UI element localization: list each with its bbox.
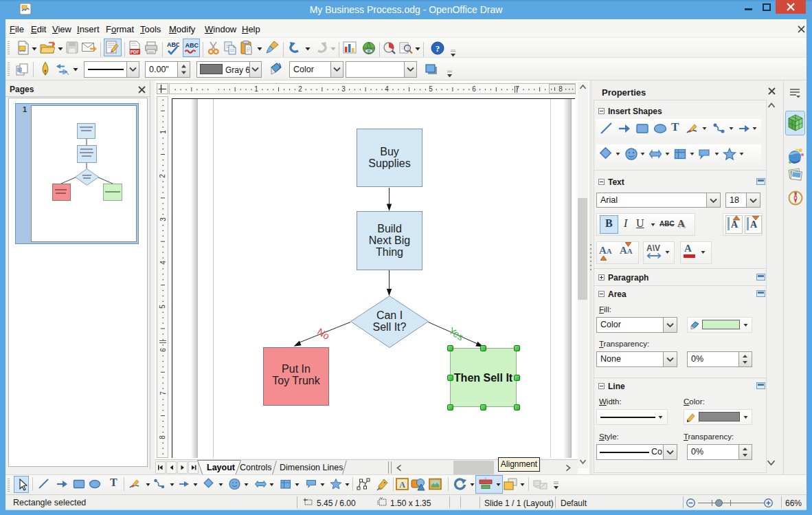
svg-text:ABC: ABC: [185, 42, 199, 49]
svg-text:?: ?: [436, 43, 440, 54]
svg-text:No: No: [315, 327, 332, 342]
svg-text:PDF: PDF: [131, 50, 139, 54]
svg-text:Yes: Yes: [447, 327, 466, 342]
svg-text:N: N: [794, 191, 797, 195]
svg-text:A: A: [399, 480, 405, 490]
